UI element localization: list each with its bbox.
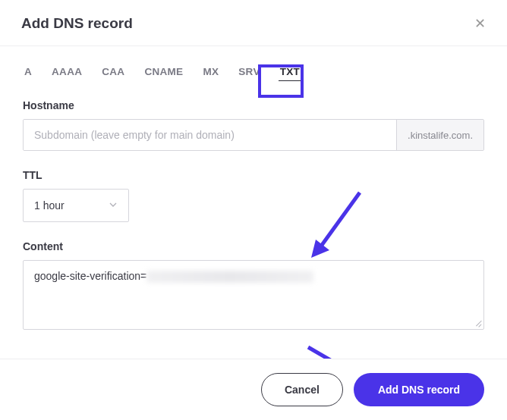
tab-cname[interactable]: CNAME [143, 64, 184, 81]
content-group: Content google-site-verification= [23, 240, 484, 330]
tab-srv[interactable]: SRV [237, 64, 261, 81]
content-value-prefix: google-site-verification= [34, 270, 146, 282]
tab-caa[interactable]: CAA [100, 64, 126, 81]
close-icon[interactable]: ✕ [474, 17, 486, 30]
dialog-footer: Cancel Add DNS record [0, 359, 507, 420]
tab-a[interactable]: A [23, 64, 33, 81]
ttl-group: TTL 1 hour [23, 169, 484, 222]
record-type-tabs: A AAAA CAA CNAME MX SRV TXT [0, 46, 507, 93]
dialog-title: Add DNS record [21, 15, 133, 32]
content-label: Content [23, 240, 484, 252]
hostname-row: .kinstalife.com. [23, 119, 484, 151]
hostname-suffix: .kinstalife.com. [396, 120, 483, 150]
ttl-value: 1 hour [34, 199, 65, 212]
cancel-button[interactable]: Cancel [261, 373, 343, 406]
hostname-input[interactable] [24, 120, 396, 150]
content-input[interactable]: google-site-verification= [23, 260, 484, 330]
resize-handle-icon[interactable] [473, 318, 482, 328]
add-dns-record-button[interactable]: Add DNS record [354, 373, 484, 406]
ttl-select[interactable]: 1 hour [23, 189, 129, 222]
content-redacted-value [146, 271, 313, 283]
hostname-group: Hostname .kinstalife.com. [23, 99, 484, 151]
tab-mx[interactable]: MX [201, 64, 220, 81]
tab-txt[interactable]: TXT [279, 64, 301, 81]
chevron-down-icon [109, 199, 118, 212]
dialog-header: Add DNS record ✕ [0, 0, 507, 46]
tab-aaaa[interactable]: AAAA [50, 64, 83, 81]
form-body: Hostname .kinstalife.com. TTL 1 hour Con… [0, 93, 507, 343]
ttl-label: TTL [23, 169, 484, 181]
hostname-label: Hostname [23, 99, 484, 111]
